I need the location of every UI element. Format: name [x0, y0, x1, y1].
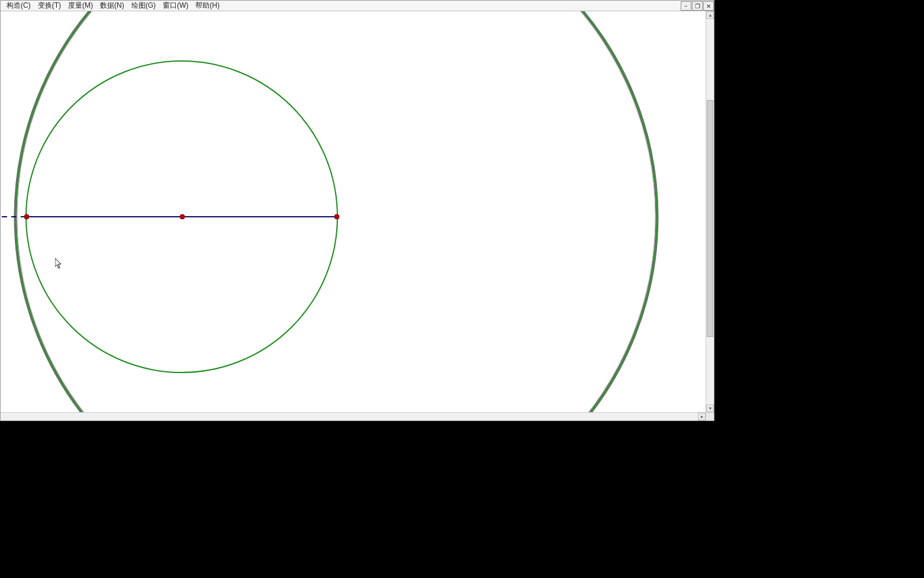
sketch-svg: [1, 11, 706, 412]
scroll-right-icon[interactable]: ▸: [698, 413, 706, 420]
scroll-thumb-vertical[interactable]: [707, 100, 713, 337]
canvas[interactable]: [1, 11, 706, 412]
point-center[interactable]: [180, 214, 185, 219]
app-window: 构造(C) 变换(T) 度量(M) 数据(N) 绘图(G) 窗口(W) 帮助(H…: [0, 0, 714, 421]
point-right[interactable]: [334, 214, 339, 219]
outer-circle-shadow[interactable]: [15, 11, 657, 412]
window-controls: − ❐ ✕: [680, 1, 714, 11]
close-button[interactable]: ✕: [703, 1, 714, 11]
point-left[interactable]: [24, 214, 29, 219]
menu-window[interactable]: 窗口(W): [159, 0, 192, 11]
minimize-button[interactable]: −: [681, 1, 691, 11]
letterbox-right: [714, 0, 924, 578]
maximize-button[interactable]: ❐: [692, 1, 703, 11]
menu-help[interactable]: 帮助(H): [192, 0, 223, 11]
menu-graph[interactable]: 绘图(G): [128, 0, 159, 11]
outer-circle[interactable]: [15, 11, 657, 412]
scroll-up-icon[interactable]: ▴: [706, 11, 714, 19]
outer-circle-inner-highlight: [17, 11, 655, 412]
menu-measure[interactable]: 度量(M): [65, 0, 96, 11]
menu-construct[interactable]: 构造(C): [3, 0, 34, 11]
menu-transform[interactable]: 变换(T): [34, 0, 65, 11]
scrollbar-horizontal[interactable]: ▸: [1, 412, 706, 420]
menu-number[interactable]: 数据(N): [96, 0, 128, 11]
menubar: 构造(C) 变换(T) 度量(M) 数据(N) 绘图(G) 窗口(W) 帮助(H…: [1, 1, 714, 11]
resize-grip-icon[interactable]: [706, 412, 714, 420]
scroll-down-icon[interactable]: ▾: [706, 404, 714, 412]
scrollbar-vertical[interactable]: ▴ ▾: [706, 11, 714, 412]
